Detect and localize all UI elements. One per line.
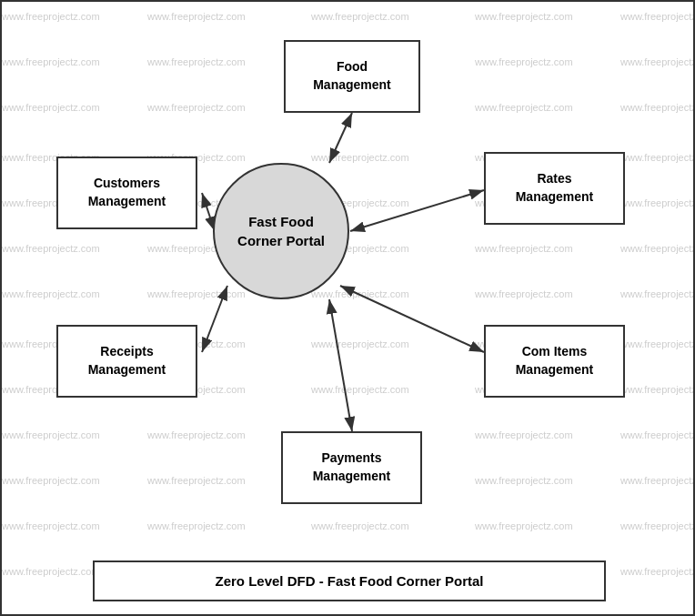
receipts-management-box: ReceiptsManagement: [56, 325, 197, 398]
rates-management-box: RatesManagement: [484, 152, 625, 225]
main-container: www.freeprojectz.com www.freeprojectz.co…: [0, 0, 695, 616]
rates-management-label: RatesManagement: [516, 170, 594, 206]
customers-management-label: CustomersManagement: [88, 175, 166, 210]
center-circle: Fast FoodCorner Portal: [213, 163, 349, 299]
receipts-management-label: ReceiptsManagement: [88, 343, 166, 379]
payments-management-box: PaymentsManagement: [281, 431, 422, 504]
title-box: Zero Level DFD - Fast Food Corner Portal: [93, 560, 606, 601]
svg-line-5: [202, 286, 227, 352]
title-label: Zero Level DFD - Fast Food Corner Portal: [215, 573, 483, 589]
svg-line-7: [329, 299, 352, 431]
diagram: Fast FoodCorner Portal FoodManagement Cu…: [2, 2, 695, 616]
customers-management-box: CustomersManagement: [56, 157, 197, 229]
center-label: Fast FoodCorner Portal: [237, 212, 325, 250]
food-management-box: FoodManagement: [284, 40, 420, 113]
items-management-label: Com ItemsManagement: [516, 343, 594, 379]
svg-line-2: [329, 113, 352, 163]
food-management-label: FoodManagement: [313, 58, 391, 94]
items-management-box: Com ItemsManagement: [484, 325, 625, 398]
svg-line-4: [350, 190, 484, 231]
payments-management-label: PaymentsManagement: [313, 449, 391, 485]
svg-line-6: [340, 286, 484, 352]
